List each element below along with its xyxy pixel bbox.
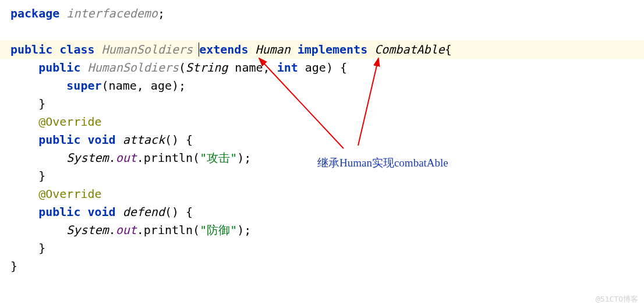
watermark: @51CTO博客 — [596, 293, 638, 305]
lparen: ( — [179, 61, 186, 75]
lparen: ( — [193, 223, 200, 237]
kw-void: void — [87, 205, 115, 219]
annotation-override: @Override — [38, 187, 101, 201]
age-param: age — [298, 61, 326, 75]
brace: } — [38, 169, 45, 183]
kw-package: package — [10, 6, 59, 20]
println: println — [144, 151, 193, 165]
line-override1: @Override — [0, 113, 644, 131]
line-constructor: public HumanSoldiers(String name, int ag… — [0, 59, 644, 77]
out-field: out — [116, 151, 137, 165]
kw-public: public — [38, 205, 80, 219]
line-super: super(name, age); — [0, 77, 644, 95]
tail: () { — [165, 133, 193, 147]
line-close-defend: } — [0, 239, 644, 257]
lparen: ( — [193, 151, 200, 165]
annotation-override: @Override — [38, 115, 101, 129]
annotation-label: 继承Human实现combatAble — [317, 154, 448, 171]
parent-class: Human — [256, 43, 291, 56]
super-args: (name, age); — [102, 79, 186, 93]
dot: . — [137, 223, 144, 237]
kw-class: class — [59, 43, 94, 56]
brace: } — [38, 97, 45, 111]
str-defend: "防御" — [200, 223, 237, 237]
class-name: HumanSoldiers — [102, 43, 193, 56]
out-field: out — [116, 223, 137, 237]
line-class-decl: public class HumanSoldiers extends Human… — [0, 41, 644, 59]
rparen-brace: ) { — [326, 61, 347, 75]
method-attack: attack — [123, 133, 165, 147]
line-package: package interfacedemo; — [0, 5, 644, 23]
kw-super: super — [66, 79, 101, 93]
name-param: name — [228, 61, 263, 75]
rparen: ); — [237, 151, 251, 165]
line-close-ctor: } — [0, 95, 644, 113]
line-defend: public void defend() { — [0, 203, 644, 221]
pkg-name: interfacedemo — [59, 6, 158, 20]
code-block: package interfacedemo; public class Huma… — [0, 5, 644, 275]
string-type: String — [186, 61, 228, 75]
brace: } — [38, 241, 45, 255]
line-print-defend: System.out.println("防御"); — [0, 221, 644, 239]
println: println — [144, 223, 193, 237]
kw-void: void — [87, 133, 115, 147]
semi: ; — [158, 6, 165, 20]
brace: { — [445, 43, 452, 56]
rparen: ); — [237, 223, 251, 237]
system: System — [66, 223, 108, 237]
brace: } — [10, 259, 17, 273]
line-attack: public void attack() { — [0, 131, 644, 149]
line-blank — [0, 23, 644, 41]
line-close-class: } — [0, 257, 644, 275]
str-attack: "攻击" — [200, 151, 237, 165]
kw-public: public — [38, 133, 80, 147]
comma: , — [263, 61, 277, 75]
method-defend: defend — [123, 205, 165, 219]
dot: . — [109, 151, 116, 165]
kw-public: public — [10, 43, 52, 56]
dot: . — [109, 223, 116, 237]
tail: () { — [165, 205, 193, 219]
system: System — [66, 151, 108, 165]
ctor-name: HumanSoldiers — [87, 61, 179, 75]
interface-name: CombatAble — [374, 43, 444, 56]
kw-implements: implements — [298, 43, 367, 56]
line-override2: @Override — [0, 185, 644, 203]
kw-public: public — [38, 61, 80, 75]
kw-extends: extends — [199, 43, 248, 56]
dot: . — [137, 151, 144, 165]
kw-int: int — [277, 61, 298, 75]
